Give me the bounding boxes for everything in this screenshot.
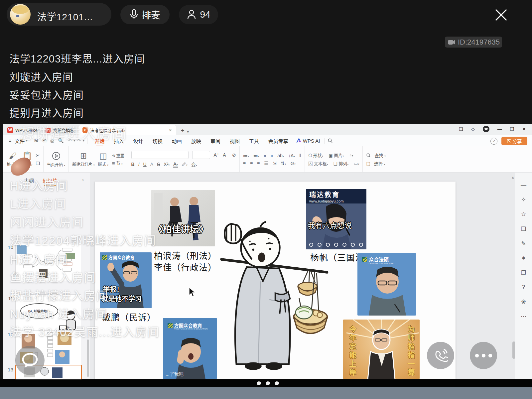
chat-message: 妥妥包进入房间 xyxy=(9,87,84,102)
minimize-icon[interactable]: — xyxy=(497,127,502,131)
play-circle-icon xyxy=(52,152,61,160)
chart-button[interactable]: ◔▾ xyxy=(349,153,353,158)
justify-button[interactable]: ☰ xyxy=(264,161,268,166)
new-tab-button[interactable]: + xyxy=(181,127,185,134)
editing-group: 查找 ▾ ⬚ 选择 ▾ xyxy=(363,146,389,172)
indent-button[interactable]: » xyxy=(271,153,273,158)
highlight-button[interactable]: 🖉▾ xyxy=(182,162,188,167)
rail-more-icon[interactable]: ⋯ xyxy=(521,313,526,320)
menu-membership[interactable]: 会员专享 xyxy=(264,137,293,144)
doc-finder-icon[interactable]: ❒ xyxy=(521,269,526,276)
menu-review[interactable]: 审阅 xyxy=(206,137,225,144)
align-center-button[interactable]: ≡ xyxy=(250,161,253,166)
numbering-button[interactable]: ≕▾ xyxy=(253,153,259,158)
menu-tools[interactable]: 工具 xyxy=(244,137,264,144)
section-button[interactable]: ≣ 节 ▾ xyxy=(112,160,124,166)
italic-button[interactable]: I xyxy=(138,162,140,167)
font-name-input[interactable] xyxy=(131,151,189,159)
beautify-icon[interactable]: ✎ xyxy=(521,240,526,247)
search-icon[interactable] xyxy=(328,138,333,143)
peddler-cartoon xyxy=(212,216,332,375)
close-icon[interactable] xyxy=(493,7,509,23)
account-avatar[interactable] xyxy=(483,126,489,132)
columns-button[interactable]: ⫴ xyxy=(299,153,301,159)
window-controls: ❏ ◇ — ❐ ✕ xyxy=(459,126,526,132)
window-close-icon[interactable]: ✕ xyxy=(522,127,526,131)
play-from-current-button[interactable]: 当页开始 ▾ xyxy=(47,152,65,167)
new-slide-button[interactable]: ⊞ 新建幻灯片 ▾ xyxy=(72,152,94,167)
effects-star-icon[interactable]: ☆ xyxy=(521,211,526,218)
collapse-rail-icon[interactable]: — xyxy=(521,182,526,189)
current-slide[interactable]: 《柏佳讲坛》 柏浪涛（刑法） 李佳（行政法） 瑞达教育 www.ruidajia… xyxy=(95,182,456,379)
more-options-button[interactable] xyxy=(470,342,497,369)
bold-button[interactable]: B xyxy=(131,162,135,167)
superscript-button[interactable]: X²▾ xyxy=(164,162,170,167)
golden-right-text: 为师掐指一算 xyxy=(406,326,416,377)
font-color-button[interactable]: A▾ xyxy=(173,161,178,168)
arrange-button[interactable]: ❑ 排列▾ xyxy=(333,160,348,167)
wps-ai-icon xyxy=(296,138,302,143)
shadow-button[interactable]: A xyxy=(150,162,153,167)
overlay-chat-message: 法学12204郭晓峰进入房间 xyxy=(10,231,156,248)
outdent-button[interactable]: « xyxy=(264,153,266,158)
decrease-font-icon[interactable]: A⁻ xyxy=(223,152,228,158)
restore-icon[interactable]: ❐ xyxy=(510,127,514,131)
avatar[interactable] xyxy=(10,4,31,25)
share-arrow-icon: ⇱ xyxy=(507,138,511,144)
collapse-panel-icon[interactable]: ‹ xyxy=(82,177,84,182)
menu-transition[interactable]: 切换 xyxy=(148,137,167,144)
hamburger-icon[interactable]: ≡ xyxy=(7,138,13,143)
font-size-input[interactable] xyxy=(192,151,210,159)
doc-check-icon[interactable]: ✓ xyxy=(490,138,497,145)
bottom-slate-bar xyxy=(0,387,532,399)
bullets-button[interactable]: ≔▾ xyxy=(243,153,249,158)
tab-close-icon[interactable]: ✕ xyxy=(169,128,172,133)
tab-list-chevron-icon[interactable]: ▾ xyxy=(187,130,189,134)
magic-wand-icon[interactable]: ✶ xyxy=(521,255,526,262)
slide-size-button[interactable]: ▭▾ xyxy=(354,161,359,166)
menu-design[interactable]: 设计 xyxy=(129,137,148,144)
select-button[interactable]: 选择 ▾ xyxy=(374,160,385,167)
properties-icon[interactable]: ✧ xyxy=(521,196,526,203)
increase-font-icon[interactable]: A⁺ xyxy=(214,152,219,158)
text-effects-button[interactable]: 变▾ xyxy=(191,161,197,168)
copy-icon[interactable]: ❏ xyxy=(36,161,40,166)
voice-call-button[interactable] xyxy=(427,342,454,369)
textbox-button[interactable]: 🄰 文本框▾ xyxy=(308,160,328,167)
distribute-button[interactable]: ⇲ xyxy=(273,161,277,166)
align-right-button[interactable]: ≡ xyxy=(257,161,260,166)
menu-view[interactable]: 视图 xyxy=(225,137,244,144)
menu-slideshow[interactable]: 放映 xyxy=(187,137,206,144)
menu-animation[interactable]: 动画 xyxy=(167,137,187,144)
panel-scrollbar[interactable] xyxy=(87,339,89,377)
skin-icon[interactable]: ❀ xyxy=(521,298,526,305)
stack-windows-icon[interactable]: ❏ xyxy=(459,127,463,131)
text-direction-button[interactable]: ab▾ xyxy=(277,153,284,158)
align-objects-button[interactable]: ⊜▾ xyxy=(290,161,296,166)
underline-button[interactable]: U xyxy=(143,162,147,167)
cut-icon[interactable]: ✂ xyxy=(36,153,40,159)
line-spacing-button[interactable]: ⇅▾ xyxy=(281,161,286,166)
scroll-up-icon[interactable]: ▲ xyxy=(511,175,515,179)
share-button[interactable]: ⇱ 分享 xyxy=(501,137,527,145)
shapes-button[interactable]: ⬠ 形状▾ xyxy=(308,152,323,158)
text-orientation-button[interactable]: ↓A▾ xyxy=(288,153,295,158)
page-indicator-dots[interactable] xyxy=(257,381,279,385)
mic-queue-button[interactable]: 排麦 xyxy=(120,5,170,24)
help-icon[interactable]: ? xyxy=(522,284,525,291)
picture-button[interactable]: ▣ 图片▾ xyxy=(329,152,344,158)
layout-button[interactable]: ◫ 版式 ▾ xyxy=(98,152,108,167)
chat-bubble-button[interactable] xyxy=(15,346,45,375)
strikethrough-button[interactable]: S xyxy=(157,162,160,167)
workspace-cube-icon[interactable]: ◇ xyxy=(471,127,475,131)
find-button[interactable]: 查找 ▾ xyxy=(374,152,386,158)
golden-left-text: 今年定能上岸 xyxy=(347,326,357,377)
align-left-button[interactable]: ≡ xyxy=(243,161,246,166)
viewer-count-button[interactable]: 94 xyxy=(179,5,218,24)
clear-format-icon[interactable]: ⊘ xyxy=(232,152,236,158)
layers-icon[interactable]: ❏ xyxy=(521,225,526,232)
reset-button[interactable]: ⟲ 重置 xyxy=(112,153,124,158)
menu-wps-ai[interactable]: WPS AI xyxy=(303,138,322,144)
mic-icon xyxy=(130,9,138,20)
ruida-brand: 瑞达教育 xyxy=(306,189,366,199)
